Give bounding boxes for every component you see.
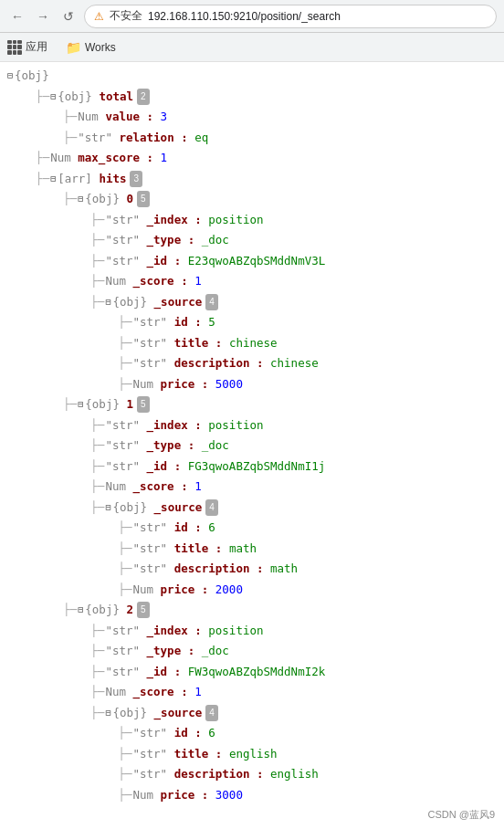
address-bar[interactable]: ⚠ 不安全 192.168.110.150:9210/position/_sea…: [84, 5, 497, 28]
type-label: Num: [78, 107, 99, 128]
type-label: "str": [105, 415, 140, 436]
type-label: [arr]: [58, 169, 92, 190]
value-label: eq: [194, 128, 208, 149]
type-label: "str": [132, 744, 167, 765]
type-label: "str": [105, 662, 140, 683]
type-label: {obj}: [112, 498, 147, 519]
toggle-icon[interactable]: ⊟: [78, 396, 83, 413]
url-text: 192.168.110.150:9210/position/_search: [148, 10, 341, 23]
tree-row: ├─ Num value : 3: [7, 107, 497, 128]
badge: 4: [205, 705, 218, 721]
toggle-icon[interactable]: ⊟: [78, 191, 83, 207]
json-tree: ⊟{obj} ├─ ⊟ {obj} total 2 ├─ Num value :…: [0, 62, 504, 809]
value-label: 3000: [215, 785, 243, 806]
value-label: position: [208, 621, 263, 642]
type-label: "str": [105, 435, 140, 456]
tree-row: ├─ ⊟ {obj} _source 4: [7, 498, 497, 519]
toggle-icon[interactable]: ⊟: [50, 171, 56, 187]
key-label: description :: [174, 353, 264, 374]
tree-row: ├─ ⊟ [arr] hits 3: [7, 169, 497, 190]
toggle-icon[interactable]: ⊟: [105, 499, 110, 516]
insecure-icon: ⚠: [94, 10, 104, 23]
badge: 4: [205, 294, 218, 310]
toggle-icon[interactable]: ⊟: [105, 705, 110, 721]
tree-row: ├─ ⊟ {obj} 2 5: [7, 600, 497, 621]
browser-bar: ← → ↺ ⚠ 不安全 192.168.110.150:9210/positio…: [0, 0, 504, 33]
type-label: Num: [50, 148, 71, 169]
tree-row: ├─ ⊟ {obj} 0 5: [7, 189, 497, 210]
bookmark-label: Works: [85, 41, 116, 54]
footer: CSDN @蓝风9: [427, 808, 495, 822]
type-label: "str": [132, 333, 167, 354]
type-label: Num: [132, 580, 153, 601]
value-label: 6: [208, 518, 215, 539]
value-label: _doc: [202, 641, 229, 662]
key-label: _score :: [132, 477, 187, 498]
key-label: description :: [174, 764, 264, 785]
tree-row: ├─ "str" description : math: [7, 559, 497, 580]
value-label: 1: [194, 477, 202, 498]
tree-row: ├─ "str" _type : _doc: [7, 230, 497, 251]
key-label: title :: [174, 539, 223, 560]
value-label: 1: [194, 682, 202, 703]
type-label: Num: [132, 785, 153, 806]
tree-row: ├─ "str" _index : position: [7, 210, 497, 231]
value-label: chinese: [229, 333, 278, 354]
type-label: "str": [105, 251, 140, 272]
reload-button[interactable]: ↺: [58, 6, 79, 26]
type-label: Num: [105, 682, 126, 703]
type-label: "str": [132, 312, 167, 333]
key-label: price :: [161, 580, 209, 601]
value-label: E23qwoABZqbSMddNmV3L: [188, 251, 326, 272]
value-label: 2000: [215, 580, 243, 601]
toggle-icon[interactable]: ⊟: [50, 89, 56, 105]
tree-row: ├─ "str" relation : eq: [7, 128, 497, 149]
tree-row: ├─ Num price : 2000: [7, 580, 497, 601]
type-label: "str": [78, 128, 112, 149]
key-label: _type :: [147, 435, 195, 456]
tree-row: ├─ Num _score : 1: [7, 477, 497, 498]
key-label: _score :: [132, 271, 187, 292]
key-label: title :: [174, 333, 223, 354]
back-button[interactable]: ←: [7, 6, 27, 26]
value-label: chinese: [270, 353, 319, 374]
tree-root: ⊟{obj}: [7, 66, 497, 87]
key-label: 0: [126, 189, 133, 210]
key-label: _index :: [147, 415, 202, 436]
value-label: 5: [208, 312, 215, 333]
tree-row: ├─ ⊟ {obj} _source 4: [7, 703, 497, 724]
badge: 2: [137, 89, 150, 105]
forward-button[interactable]: →: [33, 6, 53, 26]
value-label: 5000: [215, 374, 243, 395]
badge: 4: [205, 499, 218, 516]
key-label: _score :: [132, 682, 187, 703]
tree-row: ├─ Num price : 3000: [7, 785, 497, 806]
key-label: _type :: [147, 641, 195, 662]
tree-row: ├─ ⊟ {obj} _source 4: [7, 292, 497, 313]
value-label: FG3qwoABZqbSMddNmI1j: [188, 456, 326, 477]
toggle-icon[interactable]: ⊟: [105, 294, 110, 310]
badge: 3: [130, 171, 142, 187]
toggle-root[interactable]: ⊟: [7, 68, 13, 84]
tree-row: ├─ "str" title : chinese: [7, 333, 497, 354]
tree-row: ├─ Num _score : 1: [7, 682, 497, 703]
bookmark-works[interactable]: 📁 Works: [58, 38, 123, 57]
tree-row: ├─ "str" _index : position: [7, 415, 497, 436]
tree-row: ├─ ⊟ {obj} total 2: [7, 87, 497, 108]
type-label: Num: [132, 374, 153, 395]
value-label: english: [270, 764, 319, 785]
type-label: {obj}: [112, 292, 147, 313]
badge: 5: [137, 396, 150, 413]
tree-row: ├─ "str" _id : E23qwoABZqbSMddNmV3L: [7, 251, 497, 272]
type-label: "str": [132, 539, 167, 560]
apps-icon[interactable]: [7, 40, 22, 55]
tree-row: ├─ "str" description : english: [7, 764, 497, 785]
value-label: math: [270, 559, 298, 580]
key-label: _type :: [147, 230, 195, 251]
value-label: 3: [161, 107, 168, 128]
value-label: 6: [208, 723, 215, 744]
key-label: id :: [174, 518, 202, 539]
key-label: id :: [174, 312, 202, 333]
key-label: _id :: [147, 251, 182, 272]
toggle-icon[interactable]: ⊟: [78, 602, 83, 618]
